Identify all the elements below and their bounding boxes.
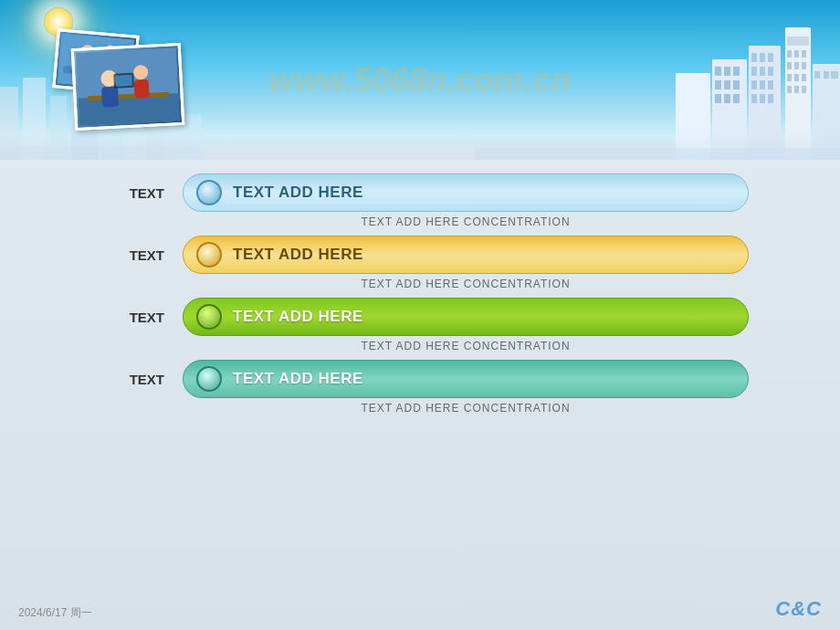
photo-main — [71, 43, 185, 131]
svg-rect-45 — [733, 67, 740, 76]
item-label-2: TEXT — [91, 310, 164, 325]
svg-rect-36 — [751, 80, 757, 89]
sub-text-3: TEXT ADD HERE CONCENTRATION — [91, 402, 749, 415]
svg-rect-18 — [794, 50, 799, 58]
svg-rect-49 — [715, 94, 721, 103]
svg-rect-40 — [760, 94, 765, 103]
svg-rect-35 — [768, 67, 773, 76]
svg-rect-30 — [751, 53, 757, 62]
item-label-3: TEXT — [91, 372, 164, 387]
svg-rect-31 — [760, 53, 765, 62]
item-row-0: TEXTTEXT ADD HERETEXT ADD HERE CONCENTRA… — [91, 173, 749, 228]
pill-dot-2 — [196, 304, 222, 330]
svg-rect-26 — [787, 86, 792, 93]
pill-text-0: TEXT ADD HERE — [233, 184, 363, 202]
svg-rect-24 — [794, 74, 799, 81]
items-container: TEXTTEXT ADD HERETEXT ADD HERE CONCENTRA… — [91, 173, 749, 415]
svg-rect-39 — [751, 94, 757, 103]
svg-rect-66 — [0, 146, 201, 160]
svg-rect-38 — [768, 80, 773, 89]
sub-text-0: TEXT ADD HERE CONCENTRATION — [91, 215, 749, 228]
svg-rect-23 — [787, 74, 792, 81]
bar-row-1: TEXTTEXT ADD HERE — [91, 236, 749, 274]
svg-rect-27 — [794, 86, 799, 93]
svg-rect-44 — [724, 67, 730, 76]
svg-rect-32 — [768, 53, 773, 62]
svg-rect-59 — [23, 78, 46, 160]
svg-rect-34 — [760, 67, 765, 76]
svg-rect-22 — [802, 62, 806, 69]
svg-rect-10 — [101, 87, 119, 108]
item-label-0: TEXT — [91, 185, 164, 201]
sub-text-1: TEXT ADD HERE CONCENTRATION — [91, 278, 749, 290]
footer-brand: C&C — [775, 597, 822, 621]
svg-rect-51 — [733, 94, 740, 103]
svg-rect-17 — [787, 50, 792, 58]
footer: 2024/6/17 周一 C&C — [0, 597, 840, 621]
pill-bar-2[interactable]: TEXT ADD HERE — [183, 298, 749, 336]
svg-rect-54 — [814, 71, 820, 79]
pill-dot-1 — [196, 242, 222, 268]
bar-row-0: TEXTTEXT ADD HERE — [91, 173, 749, 212]
svg-rect-15 — [785, 27, 811, 160]
svg-rect-41 — [768, 94, 773, 103]
svg-rect-60 — [50, 96, 67, 160]
svg-rect-52 — [676, 73, 710, 160]
photo-inner-main — [74, 46, 182, 128]
header: www.5068n.com.cn — [0, 0, 840, 160]
svg-rect-58 — [0, 87, 18, 160]
city-right — [475, 9, 840, 160]
pill-text-1: TEXT ADD HERE — [233, 246, 363, 264]
pill-text-3: TEXT ADD HERE — [233, 370, 363, 388]
item-row-3: TEXTTEXT ADD HERETEXT ADD HERE CONCENTRA… — [91, 360, 749, 415]
bar-row-2: TEXTTEXT ADD HERE — [91, 298, 749, 336]
svg-rect-12 — [134, 79, 150, 99]
svg-rect-46 — [715, 80, 721, 89]
svg-rect-25 — [802, 74, 806, 81]
svg-rect-57 — [475, 148, 840, 160]
svg-rect-21 — [794, 62, 799, 69]
sub-text-2: TEXT ADD HERE CONCENTRATION — [91, 340, 749, 352]
footer-date: 2024/6/17 周一 — [18, 605, 92, 621]
svg-rect-56 — [831, 71, 838, 79]
svg-rect-55 — [824, 71, 829, 79]
svg-rect-50 — [724, 94, 730, 103]
item-row-2: TEXTTEXT ADD HERETEXT ADD HERE CONCENTRA… — [91, 298, 749, 352]
main-content: TEXTTEXT ADD HERETEXT ADD HERE CONCENTRA… — [0, 160, 840, 630]
svg-rect-47 — [724, 80, 730, 89]
pill-dot-0 — [196, 180, 222, 205]
pill-bar-3[interactable]: TEXT ADD HERE — [183, 360, 749, 398]
item-label-1: TEXT — [91, 247, 164, 263]
svg-rect-20 — [787, 62, 792, 69]
pill-dot-3 — [196, 366, 222, 392]
svg-rect-48 — [733, 80, 740, 89]
svg-rect-43 — [715, 67, 721, 76]
pill-bar-1[interactable]: TEXT ADD HERE — [183, 236, 749, 274]
svg-rect-33 — [751, 67, 757, 76]
svg-rect-16 — [787, 37, 809, 46]
pill-bar-0[interactable]: TEXT ADD HERE — [183, 173, 749, 212]
svg-rect-37 — [760, 80, 765, 89]
svg-rect-28 — [802, 86, 806, 93]
pill-text-2: TEXT ADD HERE — [233, 308, 363, 326]
bar-row-3: TEXTTEXT ADD HERE — [91, 360, 749, 398]
svg-rect-19 — [802, 50, 806, 58]
item-row-1: TEXTTEXT ADD HERETEXT ADD HERE CONCENTRA… — [91, 236, 749, 290]
svg-rect-14 — [115, 75, 132, 87]
